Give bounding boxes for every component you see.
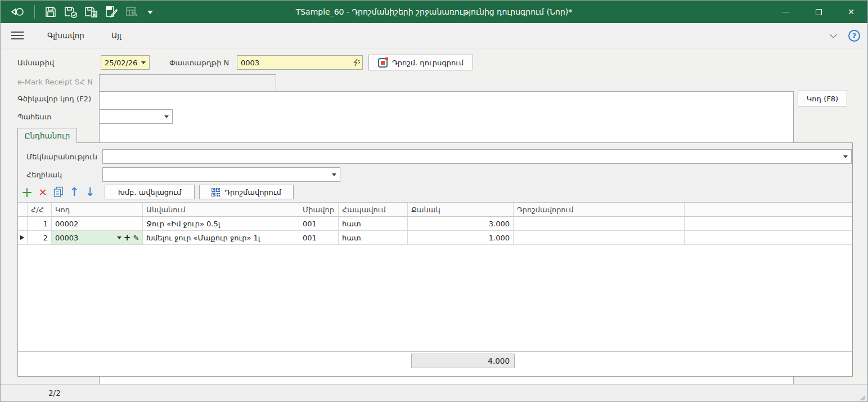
statusbar: 2/2 bbox=[1, 384, 867, 401]
col-header-abbr[interactable]: Հապավում bbox=[339, 203, 408, 216]
col-header-name[interactable]: Անվանում bbox=[143, 203, 299, 216]
cell-no[interactable]: 1 bbox=[28, 217, 52, 230]
cell-empty bbox=[685, 217, 852, 230]
code-add-icon[interactable]: + bbox=[123, 233, 132, 242]
barcode-label: Գծիկավոր կոդ (F2) bbox=[17, 95, 91, 103]
menubar: Գլխավոր Այլ ? bbox=[1, 23, 867, 48]
cell-abbr[interactable]: հատ bbox=[339, 217, 408, 230]
totals-divider bbox=[18, 351, 852, 352]
date-dropdown-icon bbox=[141, 61, 146, 66]
hamburger-menu-icon[interactable] bbox=[11, 32, 24, 39]
app-logo-icon bbox=[7, 3, 28, 21]
stamp-writeoff-button[interactable]: Դրոշմ. դուրսգրում bbox=[368, 55, 473, 70]
move-up-icon[interactable]: ↑ bbox=[68, 185, 81, 199]
cell-abbr[interactable]: հատ bbox=[339, 231, 408, 244]
warehouse-label: Պահեստ bbox=[17, 113, 51, 121]
titlebar-separator bbox=[34, 5, 35, 19]
table-row[interactable]: 1 00002 Ջուր «Իմ ջուր» 0.5լ 001 հատ 3.00… bbox=[18, 217, 852, 231]
resize-grip[interactable] bbox=[860, 394, 866, 400]
code-f8-button[interactable]: Կոդ (F8) bbox=[798, 91, 847, 106]
col-header-no[interactable]: Հ/Հ bbox=[28, 203, 52, 216]
cell-stamping[interactable] bbox=[514, 231, 685, 244]
record-position: 2/2 bbox=[48, 388, 61, 397]
delete-row-icon[interactable]: ✕ bbox=[36, 185, 50, 199]
titlebar: TSample_60 - Դրոշմանիշերի շրջանառություն… bbox=[1, 1, 867, 23]
comment-dropdown-icon bbox=[843, 155, 848, 160]
current-row-arrow-icon bbox=[20, 235, 26, 240]
author-select[interactable] bbox=[102, 167, 340, 182]
save-new-icon[interactable] bbox=[81, 3, 101, 21]
code-edit-value: 00003 bbox=[55, 234, 117, 242]
cell-qty[interactable]: 3.000 bbox=[408, 217, 514, 230]
tab-general[interactable]: Ընդհանուր bbox=[17, 128, 77, 143]
move-down-icon[interactable]: ↓ bbox=[83, 185, 97, 199]
window-controls: ✕ bbox=[770, 1, 867, 23]
grid-toolbar: + ✕ ↑ ↓ Խմբ. ավելացում bbox=[20, 184, 294, 200]
code-edit-icon[interactable]: ✎ bbox=[132, 233, 141, 242]
cell-name[interactable]: Ջուր «Իմ ջուր» 0.5լ bbox=[143, 217, 299, 230]
cell-qty[interactable]: 1.000 bbox=[408, 231, 514, 244]
cell-empty bbox=[685, 231, 852, 244]
auto-number-icon[interactable] bbox=[353, 59, 360, 66]
copy-row-icon[interactable] bbox=[52, 185, 65, 199]
emark-receipt-label: e-Mark Receipt ՏՀ N bbox=[17, 78, 93, 86]
row-indicator-cell bbox=[18, 231, 28, 244]
save-icon[interactable] bbox=[41, 3, 61, 21]
doc-number-fieldwrap bbox=[237, 55, 363, 70]
grid-header-row: Հ/Հ Կոդ Անվանում Միավոր Հապավում Քանակ Դ… bbox=[18, 202, 852, 217]
app-window: TSample_60 - Դրոշմանիշերի շրջանառություն… bbox=[0, 0, 868, 402]
doc-number-label: Փաստաթղթի N bbox=[169, 59, 229, 67]
window-title: TSample_60 - Դրոշմանիշերի շրջանառություն… bbox=[296, 7, 573, 16]
items-grid: Հ/Հ Կոդ Անվանում Միավոր Հապավում Քանակ Դ… bbox=[18, 202, 852, 376]
col-header-stamping[interactable]: Դրոշմավորում bbox=[514, 203, 685, 216]
comment-combo[interactable] bbox=[102, 149, 852, 164]
cell-code[interactable]: 00002 bbox=[52, 217, 143, 230]
date-picker[interactable]: 25/02/26 bbox=[101, 55, 150, 70]
add-row-icon[interactable]: + bbox=[20, 185, 34, 199]
qr-icon bbox=[212, 188, 220, 196]
warehouse-dropdown-icon bbox=[164, 115, 169, 120]
help-icon[interactable]: ? bbox=[848, 30, 860, 42]
cell-stamping[interactable] bbox=[514, 217, 685, 230]
author-dropdown-icon bbox=[332, 173, 336, 178]
col-header-code[interactable]: Կոդ bbox=[52, 203, 143, 216]
draft-edit-icon[interactable] bbox=[101, 3, 122, 21]
group-add-button[interactable]: Խմբ. ավելացում bbox=[105, 185, 195, 199]
cell-unit[interactable]: 001 bbox=[299, 231, 339, 244]
col-header-qty[interactable]: Քանակ bbox=[408, 203, 514, 216]
revert-table-icon bbox=[122, 3, 142, 21]
menu-item-main[interactable]: Գլխավոր bbox=[44, 29, 88, 42]
row-indicator-header bbox=[18, 203, 28, 216]
warehouse-select[interactable] bbox=[99, 109, 173, 124]
toolbar-dropdown-icon[interactable] bbox=[147, 11, 153, 17]
general-tab-panel: Մեկնաբանություն Հեղինակ + ✕ ↑ ↓ Խմբ. ավե… bbox=[17, 142, 853, 377]
doc-number-input[interactable] bbox=[237, 56, 353, 69]
collapse-ribbon-icon[interactable] bbox=[830, 31, 837, 38]
cell-no[interactable]: 2 bbox=[28, 231, 52, 244]
stamp-writeoff-icon bbox=[378, 58, 388, 68]
qty-total: 4.000 bbox=[411, 354, 515, 368]
titlebar-toolbar bbox=[1, 3, 153, 21]
date-label: Ամսաթիվ bbox=[17, 59, 54, 67]
minimize-button[interactable] bbox=[770, 1, 802, 23]
code-dropdown-icon[interactable] bbox=[117, 236, 122, 242]
menubar-right: ? bbox=[831, 30, 867, 42]
table-row-selected[interactable]: 2 00003 + ✎ Խմելու ջուր «Մաքուր ջուր» 1լ… bbox=[18, 231, 852, 245]
comment-label: Մեկնաբանություն bbox=[26, 153, 97, 161]
col-header-unit[interactable]: Միավոր bbox=[299, 203, 339, 216]
author-label: Հեղինակ bbox=[26, 171, 62, 179]
cell-unit[interactable]: 001 bbox=[299, 217, 339, 230]
row-indicator-cell bbox=[18, 217, 28, 230]
stamping-button[interactable]: Դրոշմավորում bbox=[199, 185, 294, 199]
save-close-icon[interactable] bbox=[61, 3, 81, 21]
date-value: 25/02/26 bbox=[105, 59, 141, 67]
cell-name[interactable]: Խմելու ջուր «Մաքուր ջուր» 1լ bbox=[143, 231, 299, 244]
maximize-button[interactable] bbox=[802, 1, 835, 23]
cell-code-editing[interactable]: 00003 + ✎ bbox=[52, 231, 143, 244]
close-button[interactable]: ✕ bbox=[835, 1, 867, 23]
col-header-empty bbox=[685, 203, 852, 216]
menu-item-other[interactable]: Այլ bbox=[108, 29, 125, 42]
